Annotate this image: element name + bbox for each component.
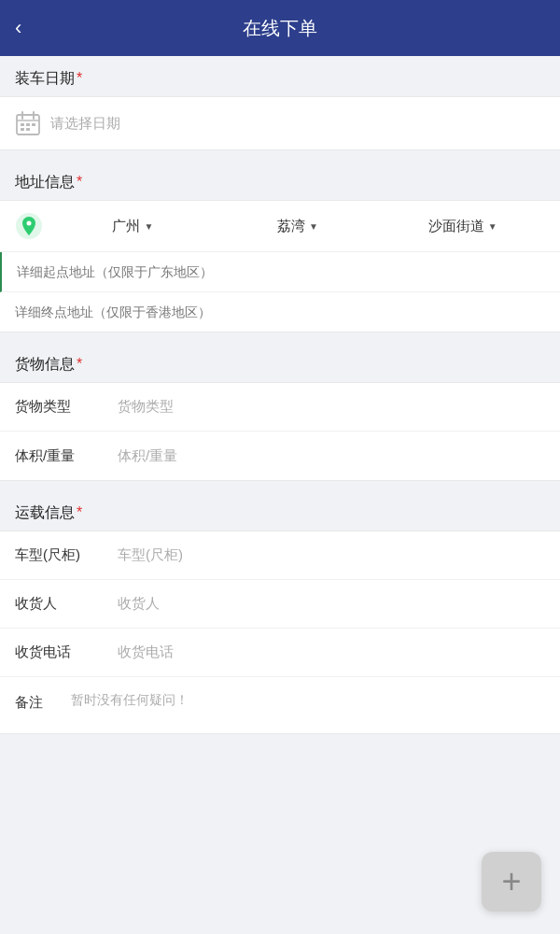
- vehicle-type-row[interactable]: 车型(尺柜) 车型(尺柜): [0, 531, 560, 580]
- fab-button[interactable]: +: [482, 852, 541, 912]
- gap-2: [0, 333, 560, 342]
- street-value: 沙面街道: [428, 218, 484, 235]
- location-dropdowns-row[interactable]: 广州 ▼ 荔湾 ▼ 沙面街道 ▼: [0, 201, 560, 252]
- origin-address-input[interactable]: [0, 252, 560, 292]
- receiver-phone-value: 收货电话: [118, 644, 545, 661]
- svg-point-10: [27, 221, 32, 226]
- address-section-label: 地址信息*: [0, 160, 560, 200]
- district-value: 荔湾: [277, 218, 305, 235]
- cargo-type-label: 货物类型: [15, 398, 118, 416]
- receiver-phone-row[interactable]: 收货电话 收货电话: [0, 629, 560, 677]
- location-pin-icon: [15, 212, 43, 240]
- header: ‹ 在线下单: [0, 0, 560, 56]
- transport-section-label: 运载信息*: [0, 490, 560, 531]
- svg-rect-6: [32, 123, 35, 126]
- date-placeholder: 请选择日期: [50, 115, 120, 133]
- calendar-icon: [15, 110, 41, 136]
- page-title: 在线下单: [0, 16, 560, 41]
- cargo-type-row[interactable]: 货物类型 货物类型: [0, 383, 560, 432]
- remarks-row[interactable]: 备注 暂时没有任何疑问！: [0, 677, 560, 733]
- cargo-volume-row[interactable]: 体积/重量 体积/重量: [0, 432, 560, 480]
- destination-address-input[interactable]: [0, 292, 560, 332]
- district-dropdown-arrow: ▼: [309, 221, 318, 232]
- gap-1: [0, 150, 560, 160]
- cargo-type-value: 货物类型: [118, 398, 545, 416]
- svg-rect-8: [26, 128, 30, 131]
- back-button[interactable]: ‹: [15, 16, 21, 40]
- transport-card: 车型(尺柜) 车型(尺柜) 收货人 收货人 收货电话 收货电话 备注 暂时没有任…: [0, 531, 560, 734]
- receiver-row[interactable]: 收货人 收货人: [0, 580, 560, 629]
- city-dropdown-arrow: ▼: [144, 221, 153, 232]
- date-row[interactable]: 请选择日期: [0, 97, 560, 149]
- cargo-volume-label: 体积/重量: [15, 447, 118, 465]
- city-dropdown[interactable]: 广州 ▼: [50, 218, 216, 235]
- remarks-value: 暂时没有任何疑问！: [71, 692, 545, 709]
- load-date-section-label: 装车日期*: [0, 56, 560, 96]
- receiver-label: 收货人: [15, 595, 118, 613]
- city-value: 广州: [112, 218, 140, 235]
- svg-rect-5: [26, 123, 30, 126]
- remarks-label: 备注: [15, 692, 71, 712]
- district-dropdown[interactable]: 荔湾 ▼: [216, 218, 381, 235]
- date-picker-card[interactable]: 请选择日期: [0, 96, 560, 150]
- street-dropdown-arrow: ▼: [488, 221, 497, 232]
- fab-plus-icon: +: [501, 865, 521, 899]
- cargo-card: 货物类型 货物类型 体积/重量 体积/重量: [0, 382, 560, 481]
- vehicle-type-label: 车型(尺柜): [15, 546, 118, 564]
- receiver-phone-label: 收货电话: [15, 644, 118, 661]
- vehicle-type-value: 车型(尺柜): [118, 546, 545, 564]
- svg-rect-4: [21, 123, 24, 126]
- address-card: 广州 ▼ 荔湾 ▼ 沙面街道 ▼: [0, 200, 560, 333]
- street-dropdown[interactable]: 沙面街道 ▼: [380, 218, 545, 235]
- cargo-section-label: 货物信息*: [0, 342, 560, 382]
- location-dropdown-group: 广州 ▼ 荔湾 ▼ 沙面街道 ▼: [50, 218, 545, 235]
- gap-3: [0, 481, 560, 490]
- cargo-volume-value: 体积/重量: [118, 447, 545, 465]
- svg-rect-7: [21, 128, 24, 131]
- receiver-value: 收货人: [118, 595, 545, 613]
